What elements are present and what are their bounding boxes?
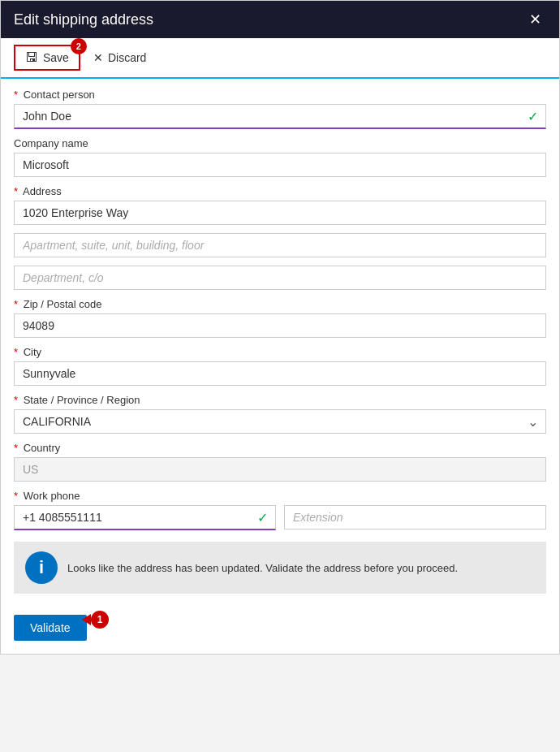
city-input[interactable] xyxy=(14,361,546,386)
required-star: * xyxy=(14,346,18,358)
address2-input[interactable] xyxy=(14,233,546,257)
contact-person-label: * Contact person xyxy=(14,89,546,101)
discard-label: Discard xyxy=(108,51,146,64)
work-phone-field: * Work phone ✓ xyxy=(14,490,546,530)
state-field: * State / Province / Region CALIFORNIA N… xyxy=(14,394,546,434)
country-label: * Country xyxy=(14,442,546,454)
save-label: Save xyxy=(43,51,69,64)
zip-label: * Zip / Postal code xyxy=(14,298,546,310)
close-button[interactable]: ✕ xyxy=(524,9,546,30)
zip-input[interactable] xyxy=(14,313,546,338)
zip-field: * Zip / Postal code xyxy=(14,298,546,338)
required-star: * xyxy=(14,298,18,310)
required-star: * xyxy=(14,89,18,101)
edit-shipping-modal: Edit shipping address ✕ 🖫 Save 2 ✕ Disca… xyxy=(0,0,560,655)
modal-title: Edit shipping address xyxy=(14,11,153,28)
state-label: * State / Province / Region xyxy=(14,394,546,406)
validate-badge: 1 xyxy=(91,611,109,629)
country-input xyxy=(14,457,546,482)
phone-check-mark-icon: ✓ xyxy=(257,510,268,525)
address-label: * Address xyxy=(14,185,546,197)
validate-badge-wrapper: 1 xyxy=(82,611,109,629)
country-field: * Country xyxy=(14,442,546,482)
validate-button[interactable]: Validate xyxy=(14,615,87,641)
info-letter: i xyxy=(39,557,44,578)
check-mark-icon: ✓ xyxy=(528,109,538,124)
city-field: * City xyxy=(14,346,546,386)
department-input[interactable] xyxy=(14,266,546,290)
discard-button[interactable]: ✕ Discard xyxy=(93,51,146,64)
department-field xyxy=(14,266,546,290)
badge-arrow-icon xyxy=(82,614,91,625)
address-input[interactable] xyxy=(14,201,546,225)
info-icon: i xyxy=(25,551,58,584)
info-text: Looks like the address has been updated.… xyxy=(67,562,458,574)
address-field: * Address xyxy=(14,185,546,225)
form-body: * Contact person ✓ Company name * Addres… xyxy=(1,79,559,607)
contact-person-input-wrapper: ✓ xyxy=(14,104,546,129)
save-icon: 🖫 xyxy=(25,50,38,65)
city-label: * City xyxy=(14,346,546,358)
toolbar: 🖫 Save 2 ✕ Discard xyxy=(1,38,559,79)
company-name-label: Company name xyxy=(14,137,546,149)
required-star: * xyxy=(14,490,18,502)
work-phone-input[interactable] xyxy=(14,505,276,530)
extension-input[interactable] xyxy=(284,505,546,529)
footer-bar: Validate 1 xyxy=(1,607,559,654)
phone-input-wrapper: ✓ xyxy=(14,505,276,530)
contact-person-input[interactable] xyxy=(14,104,546,129)
contact-person-field: * Contact person ✓ xyxy=(14,89,546,129)
work-phone-label: * Work phone xyxy=(14,490,546,502)
required-star: * xyxy=(14,394,18,406)
company-name-input[interactable] xyxy=(14,153,546,177)
save-badge: 2 xyxy=(71,38,87,54)
save-button[interactable]: 🖫 Save 2 xyxy=(14,45,80,71)
info-banner: i Looks like the address has been update… xyxy=(14,542,546,594)
modal-header: Edit shipping address ✕ xyxy=(1,1,559,38)
required-star: * xyxy=(14,442,18,454)
state-select[interactable]: CALIFORNIA NEW YORK TEXAS FLORIDA xyxy=(14,409,546,434)
required-star: * xyxy=(14,185,18,197)
company-name-field: Company name xyxy=(14,137,546,177)
extension-input-group xyxy=(284,505,546,530)
discard-icon: ✕ xyxy=(93,51,103,64)
address2-field xyxy=(14,233,546,257)
phone-input-group: ✓ xyxy=(14,505,276,530)
state-select-wrapper: CALIFORNIA NEW YORK TEXAS FLORIDA ⌄ xyxy=(14,409,546,434)
phone-row: ✓ xyxy=(14,505,546,530)
